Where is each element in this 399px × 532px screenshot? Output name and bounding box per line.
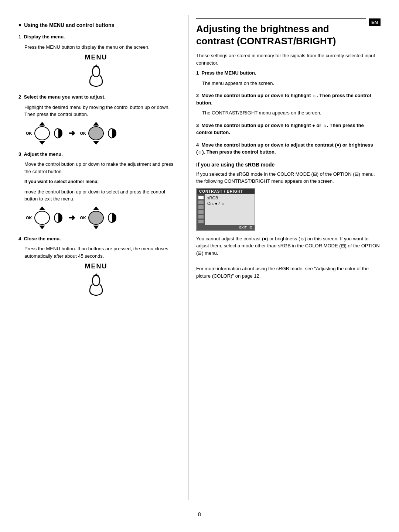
svg-point-2 xyxy=(92,275,100,286)
srgb-menu: CONTRAST / BRIGHT sRGB On: ● / ☼ xyxy=(196,188,255,231)
ok-label-2: OK xyxy=(80,131,86,135)
arrow-down-3 xyxy=(39,226,45,229)
ok-label-4: OK xyxy=(80,216,86,220)
step-1-body: Press the MENU button to display the men… xyxy=(24,44,174,51)
step-1-block: 1 Display the menu. Press the MENU butto… xyxy=(18,33,174,87)
menu-label-2: MENU xyxy=(18,262,174,270)
srgb-menu-row-1: sRGB xyxy=(207,196,252,200)
srgb-sidebar-item-5 xyxy=(198,215,204,219)
srgb-sidebar-item-3 xyxy=(198,205,204,209)
step-2-body: Highlight the desired menu by moving the… xyxy=(24,104,174,118)
ctrl-diagram-2: OK ➜ OK xyxy=(26,206,174,229)
srgb-subsection: If you are using the sRGB mode If you se… xyxy=(196,162,381,280)
arrow-right-1: ➜ xyxy=(68,128,75,138)
page: Using the MENU and control buttons 1 Dis… xyxy=(0,0,399,532)
srgb-menu-content: sRGB On: ● / ☼ xyxy=(205,194,255,225)
arrow-up-3 xyxy=(39,206,45,210)
step-2-block: 2 Select the menu you want to adjust. Hi… xyxy=(18,93,174,145)
joystick-body-1 xyxy=(34,126,50,140)
arrow-up-4 xyxy=(93,206,99,210)
step-4-num: 4 xyxy=(18,236,21,241)
step-3-num: 3 xyxy=(18,151,21,157)
joystick-body-2 xyxy=(88,126,104,140)
arrow-down-4 xyxy=(93,226,99,229)
step-4-block: 4 Close the menu. Press the MENU button.… xyxy=(18,235,174,297)
joystick-body-3 xyxy=(34,211,50,225)
srgb-sidebar-item-2 xyxy=(198,200,204,204)
srgb-menu-sidebar xyxy=(197,194,205,225)
step-3-sub-body: move the control button up or down to se… xyxy=(24,188,174,203)
srgb-body-3: For more information about using the sRG… xyxy=(196,265,381,279)
srgb-sidebar-item-1 xyxy=(198,196,204,199)
step-3-body: Move the control button up or down to ma… xyxy=(24,161,174,175)
step-3-heading: Adjust the menu. xyxy=(24,151,62,157)
ctrl-diagram-1: OK ➜ OK xyxy=(26,122,174,145)
step-3-block: 3 Adjust the menu. Move the control butt… xyxy=(18,151,174,229)
page-number: 8 xyxy=(18,511,381,517)
arrow-down-1 xyxy=(39,141,45,145)
menu-label-1: MENU xyxy=(18,54,174,61)
right-column: Adjusting the brightness and contrast (C… xyxy=(188,15,381,500)
srgb-menu-footer: EXIT : ⊡ xyxy=(197,225,255,230)
srgb-subsection-title: If you are using the sRGB mode xyxy=(196,162,381,168)
step-1-heading: Display the menu. xyxy=(24,34,65,40)
srgb-body-1: If you selected the sRGB mode in the COL… xyxy=(196,171,381,185)
joystick-2 xyxy=(88,122,104,145)
half-moon-icon-4 xyxy=(108,212,117,223)
svg-point-0 xyxy=(92,66,100,77)
joystick-3 xyxy=(34,206,50,229)
ok-label-3: OK xyxy=(26,216,32,220)
srgb-sidebar-item-6 xyxy=(198,220,204,223)
half-moon-icon-3 xyxy=(54,212,63,223)
menu-hand-icon-2 xyxy=(18,272,174,296)
srgb-menu-header: CONTRAST / BRIGHT xyxy=(197,189,255,194)
right-step-2-body: The CONTRAST/BRIGHT menu appears on the … xyxy=(202,109,381,117)
step-4-heading: Close the menu. xyxy=(24,236,61,241)
arrow-down-2 xyxy=(93,141,99,145)
section-title: Using the MENU and control buttons xyxy=(18,22,174,28)
right-step-1: 1 Press the MENU button. The menu appear… xyxy=(196,69,381,87)
srgb-menu-row-2: On: ● / ☼ xyxy=(207,201,252,206)
step-2-heading: Select the menu you want to adjust. xyxy=(24,94,105,100)
joystick-4 xyxy=(88,206,104,229)
step-2-num: 2 xyxy=(18,94,21,100)
right-intro: These settings are stored in memory for … xyxy=(196,52,381,66)
arrow-up-1 xyxy=(39,122,45,126)
joystick-body-4 xyxy=(88,211,104,225)
srgb-menu-body: sRGB On: ● / ☼ xyxy=(197,194,255,225)
joystick-1 xyxy=(34,122,50,145)
right-step-2: 2 Move the control button up or down to … xyxy=(196,92,381,117)
half-moon-icon-2 xyxy=(108,128,117,139)
half-moon-icon-1 xyxy=(54,128,63,139)
right-step-1-body: The menu appears on the screen. xyxy=(202,80,381,87)
step-4-body: Press the MENU button. If no buttons are… xyxy=(24,245,174,260)
left-column: Using the MENU and control buttons 1 Dis… xyxy=(18,15,188,500)
step-1-num: 1 xyxy=(18,34,21,40)
arrow-up-2 xyxy=(93,122,99,126)
srgb-sidebar-item-4 xyxy=(198,210,204,214)
ok-label-1: OK xyxy=(26,131,32,135)
en-badge: EN xyxy=(369,18,381,26)
srgb-body-2: You cannot adjust the contrast (●) or br… xyxy=(196,235,381,257)
right-step-3: 3 Move the control button up or down to … xyxy=(196,122,381,136)
right-title: Adjusting the brightness and contrast (C… xyxy=(196,18,366,47)
arrow-right-2: ➜ xyxy=(68,213,75,223)
menu-hand-icon-1 xyxy=(18,64,174,87)
step-3-sub-heading: If you want to select another menu; xyxy=(24,178,174,185)
right-step-4: 4 Move the control button up or down to … xyxy=(196,141,381,156)
